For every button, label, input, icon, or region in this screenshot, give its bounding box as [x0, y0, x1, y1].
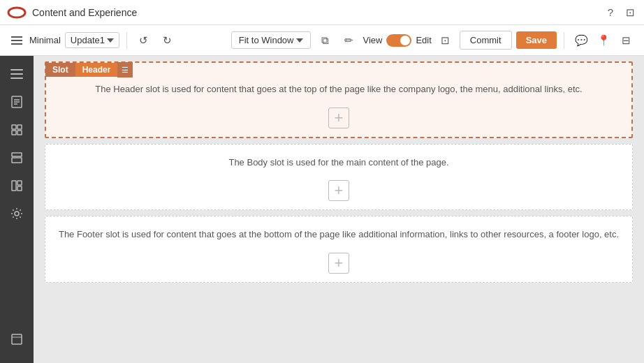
- pencil-icon[interactable]: ✏: [339, 31, 358, 50]
- comment-icon[interactable]: 💬: [571, 31, 591, 50]
- separator-2: [564, 32, 564, 49]
- svg-rect-13: [12, 158, 22, 163]
- split-view-icon[interactable]: ⊟: [616, 31, 636, 50]
- svg-rect-8: [12, 125, 16, 129]
- sidebar-item-components[interactable]: [4, 173, 29, 198]
- svg-rect-9: [17, 125, 22, 129]
- toolbar-right-icons: 💬 📍 ⊟: [571, 31, 636, 50]
- body-add-button[interactable]: +: [328, 180, 349, 201]
- svg-rect-10: [12, 131, 16, 135]
- undo-button[interactable]: ↺: [134, 31, 154, 50]
- sidebar-item-menu[interactable]: [4, 61, 29, 87]
- svg-rect-14: [12, 181, 16, 191]
- svg-rect-18: [12, 334, 22, 344]
- view-toggle-group: View Edit: [363, 34, 431, 47]
- content-area: Slot Header ☰ The Header slot is used fo…: [34, 56, 644, 363]
- window-icon[interactable]: ⊡: [623, 6, 637, 20]
- sidebar-bottom: [4, 327, 29, 357]
- commit-button[interactable]: Commit: [460, 31, 512, 50]
- footer-slot: The Footer slot is used for content that…: [45, 216, 633, 283]
- sidebar: [0, 56, 34, 363]
- svg-rect-3: [10, 77, 23, 79]
- sidebar-item-layout[interactable]: [4, 145, 29, 170]
- fit-window-button[interactable]: Fit to Window: [231, 31, 312, 49]
- update-dropdown[interactable]: Update1: [65, 32, 119, 48]
- sidebar-item-grid[interactable]: [4, 117, 29, 142]
- separator-1: [126, 32, 127, 49]
- view-toggle[interactable]: [386, 34, 411, 47]
- app-title: Content and Experience: [32, 7, 137, 18]
- redo-button[interactable]: ↻: [158, 31, 177, 50]
- toggle-knob: [400, 36, 410, 45]
- slot-tab-header[interactable]: Header: [75, 63, 118, 77]
- view-label: View: [363, 35, 382, 45]
- footer-slot-description: The Footer slot is used for content that…: [59, 228, 619, 242]
- slot-tab-menu-icon[interactable]: ☰: [117, 62, 133, 77]
- svg-rect-11: [17, 131, 22, 135]
- sidebar-item-settings[interactable]: [4, 201, 29, 226]
- svg-rect-12: [12, 153, 22, 156]
- toolbar: Minimal Update1 ↺ ↻ Fit to Window ⧉ ✏ Vi…: [0, 25, 644, 56]
- svg-rect-15: [17, 181, 22, 185]
- svg-point-17: [15, 212, 19, 216]
- body-slot-content: The Body slot is used for the main conte…: [45, 145, 632, 210]
- help-icon[interactable]: ?: [603, 6, 617, 20]
- save-button[interactable]: Save: [516, 31, 557, 49]
- header-slot-tabs: Slot Header ☰: [45, 62, 133, 77]
- footer-add-button[interactable]: +: [328, 253, 349, 274]
- external-link-icon[interactable]: ⊡: [436, 31, 455, 50]
- header-slot: Slot Header ☰ The Header slot is used fo…: [45, 61, 633, 138]
- svg-rect-1: [10, 69, 23, 71]
- slot-tab-slot[interactable]: Slot: [45, 63, 75, 77]
- edit-label: Edit: [416, 35, 431, 45]
- oracle-logo: [7, 6, 27, 20]
- svg-point-0: [8, 8, 25, 17]
- minimal-label: Minimal: [29, 35, 61, 45]
- copy-icon[interactable]: ⧉: [315, 31, 335, 50]
- sidebar-item-bottom[interactable]: [4, 327, 29, 352]
- svg-rect-2: [10, 73, 23, 75]
- header-slot-content: The Header slot is used for content that…: [46, 63, 631, 137]
- sidebar-item-pages[interactable]: [4, 89, 29, 114]
- body-slot-description: The Body slot is used for the main conte…: [228, 156, 448, 170]
- body-slot: The Body slot is used for the main conte…: [45, 144, 633, 211]
- svg-rect-16: [17, 186, 22, 191]
- header-slot-description: The Header slot is used for content that…: [95, 82, 582, 96]
- title-bar: Content and Experience ? ⊡: [0, 0, 644, 25]
- header-add-button[interactable]: +: [328, 108, 349, 128]
- main-layout: Slot Header ☰ The Header slot is used fo…: [0, 56, 644, 363]
- footer-slot-content: The Footer slot is used for content that…: [45, 216, 632, 282]
- location-icon[interactable]: 📍: [594, 31, 613, 50]
- menu-button[interactable]: [8, 34, 25, 47]
